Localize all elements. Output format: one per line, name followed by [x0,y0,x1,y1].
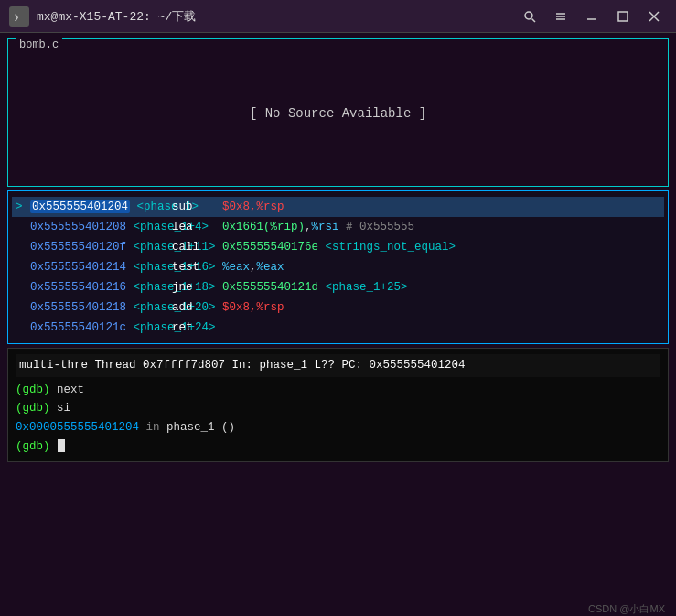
asm-arrow-6 [16,319,30,337]
func-name: phase_1 () [166,421,235,434]
asm-arrow-5 [16,298,30,317]
table-row: 0x55555540121c <phase_1+24> ret [12,318,664,338]
source-file-label: bomb.c [16,38,62,51]
asm-operands-2: 0x55555540176e <strings_not_equal> [222,238,660,256]
addr-line: 0x0000555555401204 [16,421,139,434]
titlebar-title: mx@mx-X15-AT-22: ~/下载 [37,8,196,25]
table-row: 0x555555401218 <phase_1+20> add $0x8,%rs… [12,297,664,318]
svg-line-3 [532,18,536,22]
asm-addr-6: 0x55555540121c <phase_1+24> [30,319,172,337]
asm-instr-6: ret [172,319,222,337]
source-panel: bomb.c [ No Source Available ] [7,38,669,187]
asm-instr-3: test [172,258,222,276]
terminal-line-1: (gdb) next [16,381,660,400]
asm-instr-2: call [172,238,222,256]
asm-addr-1: 0x555555401208 <phase_1+4> [30,218,172,236]
asm-addr-2: 0x55555540120f <phase_1+11> [30,238,172,256]
gdb-cmd-2: si [57,402,70,415]
watermark: CSDN @小白MX [588,602,665,616]
terminal-line-3: 0x0000555555401204 in phase_1 () [16,418,660,438]
asm-operands-1: 0x1661(%rip),%rsi # 0x555555 [222,218,660,236]
gdb-prompt-4: (gdb) [16,440,50,453]
asm-instr-5: add [172,298,222,317]
table-row: 0x555555401216 <phase_1+18> jne 0x555555… [12,277,664,297]
table-row: 0x555555401214 <phase_1+16> test %eax,%e… [12,257,664,277]
asm-instr-1: lea [172,218,222,236]
asm-addr-3: 0x555555401214 <phase_1+16> [30,258,172,276]
asm-addr-4: 0x555555401216 <phase_1+18> [30,278,172,297]
svg-point-2 [525,12,532,19]
terminal-line-4: (gdb) [16,438,660,457]
asm-arrow-4 [16,278,30,297]
asm-addr-5: 0x555555401218 <phase_1+20> [30,298,172,317]
table-row: 0x55555540120f <phase_1+11> call 0x55555… [12,237,664,257]
terminal-status-line: multi-thre Thread 0x7ffff7d807 In: phase… [16,354,660,377]
asm-arrow-3 [16,258,30,276]
cursor [58,439,65,452]
table-row: 0x555555401208 <phase_1+4> lea 0x1661(%r… [12,217,664,237]
asm-operands-5: $0x8,%rsp [222,298,660,317]
table-row: > 0x555555401204 <phase_1> sub $0x8,%rsp [12,197,664,217]
terminal-panel: multi-thre Thread 0x7ffff7d807 In: phase… [7,348,669,462]
asm-instr-0: sub [172,198,222,216]
close-button[interactable] [641,4,667,29]
asm-operands-3: %eax,%eax [222,258,660,276]
menu-button[interactable] [548,4,574,29]
minimize-button[interactable] [579,4,605,29]
asm-arrow-1 [16,218,30,236]
asm-operands-4: 0x55555540121d <phase_1+25> [222,278,660,297]
titlebar: ❯ mx@mx-X15-AT-22: ~/下载 [0,0,676,33]
asm-operands-0: $0x8,%rsp [222,198,660,216]
main-container: bomb.c [ No Source Available ] > 0x55555… [0,38,676,616]
terminal-icon: ❯ [9,6,29,27]
titlebar-actions [517,4,667,29]
asm-instr-4: jne [172,278,222,297]
svg-rect-8 [618,12,628,21]
asm-arrow-2 [16,238,30,256]
maximize-button[interactable] [610,4,636,29]
gdb-prompt-1: (gdb) [16,384,50,396]
active-arrow: > [16,198,30,216]
search-button[interactable] [517,4,542,29]
asm-addr-0: 0x555555401204 <phase_1> [30,198,172,216]
gdb-prompt-2: (gdb) [16,402,50,415]
no-source-message: [ No Source Available ] [8,39,668,186]
asm-panel: > 0x555555401204 <phase_1> sub $0x8,%rsp… [7,190,669,344]
gdb-cmd-1: next [57,384,84,396]
svg-text:❯: ❯ [14,13,19,23]
terminal-line-2: (gdb) si [16,399,660,418]
titlebar-left: ❯ mx@mx-X15-AT-22: ~/下载 [9,6,196,27]
in-text: in [146,421,167,434]
